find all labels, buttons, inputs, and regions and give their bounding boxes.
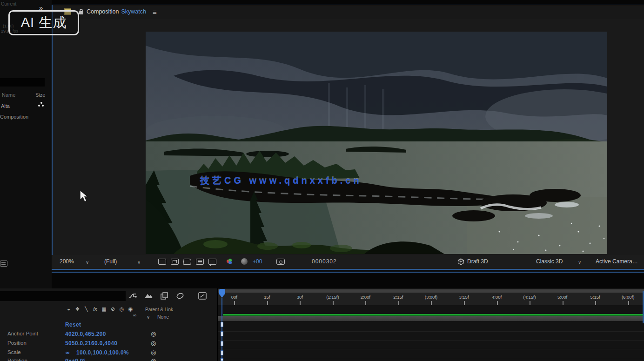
3d-layer-icon[interactable]: ◉ [126, 306, 135, 312]
ruler-label: 5:15f [590, 294, 600, 300]
rotation-value[interactable]: 0x+0.0° [65, 358, 86, 361]
video-watermark: 技艺CG www.qdnxxfb.cn [200, 174, 451, 187]
region-of-interest-icon[interactable] [196, 259, 204, 265]
panel-bottom-border [52, 269, 644, 273]
camera-view-label[interactable]: Active Camera… [596, 258, 638, 265]
property-row: Scale ∞ 100.0,100.0,100.0% ◎ [0, 349, 217, 358]
timeline-tracks: 00f 15f 30f (1:15f) 2:00f 2:15f (3:00f) … [217, 288, 644, 361]
lock-icon [79, 9, 84, 15]
stopwatch-icon[interactable]: ◎ [151, 330, 156, 337]
property-row: Position 5050.0,2160.0,4040 ◎ [0, 340, 217, 348]
property-label: Scale [7, 349, 21, 355]
layer-switches-header: ◒ ❖ ╲ fx ▦ ⊘ ◎ ◉ [64, 306, 135, 312]
snapshot-camera-icon[interactable] [276, 259, 285, 265]
magnification-value[interactable]: 200% [60, 258, 74, 265]
scale-link-icon[interactable]: ∞ [66, 349, 70, 356]
mask-visibility-icon[interactable] [183, 259, 191, 265]
parent-value[interactable]: None [157, 314, 169, 320]
frame-blend-icon[interactable] [160, 292, 169, 300]
timecode-value[interactable]: 0000302 [312, 258, 337, 265]
ruler-label: (1:15f) [326, 294, 339, 300]
frame-blend-switch-icon[interactable]: ▦ [100, 306, 108, 312]
timeline-search-bar[interactable] [0, 291, 126, 301]
project-panel: Current » (1.00) 29.97 fps Name Size Alt… [0, 0, 52, 288]
link-column-icon: ∞ [133, 313, 136, 318]
draft-3d-cube-icon[interactable] [457, 258, 464, 265]
timeline-left: ◒ ❖ ╲ fx ▦ ⊘ ◎ ◉ ∞ Parent & Link ∨ None … [0, 288, 217, 361]
panel-grid-icon[interactable] [0, 261, 7, 267]
ruler-label: 4:00f [492, 294, 502, 300]
time-ruler[interactable]: 00f 15f 30f (1:15f) 2:00f 2:15f (3:00f) … [218, 293, 644, 305]
project-item-name[interactable]: Alta [1, 103, 10, 109]
playhead[interactable] [218, 288, 227, 361]
renderer-label[interactable]: Classic 3D [536, 258, 563, 265]
project-top-label: Current [1, 1, 16, 7]
magnification-chevron-icon[interactable]: ∨ [86, 260, 89, 265]
ruler-label: 15f [264, 294, 270, 300]
viewer-toolbar: 200% ∨ (Full) ∨ +00 0000302 Draft 3D Cla… [52, 255, 644, 269]
ruler-label: (3:00f) [425, 294, 437, 300]
ruler-label: 5:00f [557, 294, 567, 300]
ruler-label: 30f [297, 294, 303, 300]
stopwatch-icon[interactable]: ◎ [151, 349, 156, 356]
mouse-cursor-icon [79, 190, 89, 203]
resolution-value[interactable]: (Full) [104, 258, 117, 265]
comp-flowchart-icon[interactable] [128, 292, 137, 300]
tab-comp-name[interactable]: Skywatch [121, 8, 146, 15]
playhead-point [219, 294, 225, 298]
title-action-safe-icon[interactable] [171, 259, 179, 265]
ai-generated-badge: AI 生成 [8, 10, 79, 35]
stopwatch-icon[interactable]: ◎ [151, 357, 156, 361]
grid-guides-icon[interactable] [158, 259, 166, 265]
shy-icon[interactable]: ◒ [64, 306, 73, 312]
timeline-panel: ◒ ❖ ╲ fx ▦ ⊘ ◎ ◉ ∞ Parent & Link ∨ None … [0, 288, 644, 361]
property-label: Rotation [7, 358, 27, 361]
transparency-grid-icon[interactable] [241, 258, 248, 265]
column-header-name[interactable]: Name [2, 92, 15, 98]
ruler-label: 00f [231, 294, 237, 300]
project-toolbar [0, 78, 45, 87]
tab-label[interactable]: Composition [87, 8, 119, 15]
collapse-transformations-icon[interactable]: ❖ [73, 306, 82, 312]
position-value[interactable]: 5050.0,2160.0,4040 [65, 340, 117, 347]
parent-link-header: Parent & Link [145, 307, 173, 312]
after-effects-app: { "badge": { "label": "AI 生成" }, "icons"… [0, 0, 644, 361]
panel-menu-icon[interactable]: ≡ [153, 8, 157, 16]
footage-color-icon [38, 102, 45, 107]
ruler-label: 3:15f [459, 294, 469, 300]
project-item-type[interactable]: Composition [0, 114, 28, 120]
renderer-chevron-icon[interactable]: ∨ [578, 260, 581, 265]
preview-comment-icon[interactable] [208, 259, 216, 265]
timeline-toolbar [128, 292, 207, 300]
cached-frames-bar [223, 314, 644, 315]
motion-blur-icon[interactable] [175, 292, 185, 300]
effects-icon[interactable]: fx [91, 306, 100, 312]
video-image [146, 32, 607, 254]
ruler-label: 2:15f [393, 294, 403, 300]
draft-3d-toggle-icon[interactable] [144, 292, 153, 300]
graph-editor-icon[interactable] [198, 292, 207, 300]
draft-3d-label[interactable]: Draft 3D [467, 258, 488, 265]
ruler-top-strip [218, 289, 644, 293]
adjustment-layer-icon[interactable]: ◎ [117, 306, 126, 312]
reset-button[interactable]: Reset [65, 321, 81, 328]
property-label: Anchor Point [7, 331, 38, 336]
ruler-label: (6:00f) [622, 294, 634, 300]
resolution-chevron-icon[interactable]: ∨ [137, 260, 141, 265]
quality-icon[interactable]: ╲ [82, 306, 91, 312]
property-row: Rotation 0x+0.0° ◎ [0, 358, 217, 361]
show-channels-icon[interactable] [227, 259, 234, 265]
column-header-size[interactable]: Size [35, 92, 45, 98]
ruler-label: 2:00f [361, 294, 370, 300]
anchor-point-value[interactable]: 4020.0,465.200 [65, 331, 106, 337]
parent-chevron-icon[interactable]: ∨ [147, 314, 150, 320]
exposure-value[interactable]: +00 [253, 258, 262, 265]
scale-value[interactable]: 100.0,100.0,100.0% [76, 349, 129, 356]
motion-blur-switch-icon[interactable]: ⊘ [108, 306, 117, 312]
property-row: Anchor Point 4020.0,465.200 ◎ [0, 331, 217, 339]
ruler-label: (4:15f) [523, 294, 536, 300]
video-frame[interactable] [146, 32, 607, 254]
work-area-band[interactable] [218, 316, 644, 321]
property-row: Reset [0, 321, 217, 330]
stopwatch-icon[interactable]: ◎ [151, 340, 156, 347]
